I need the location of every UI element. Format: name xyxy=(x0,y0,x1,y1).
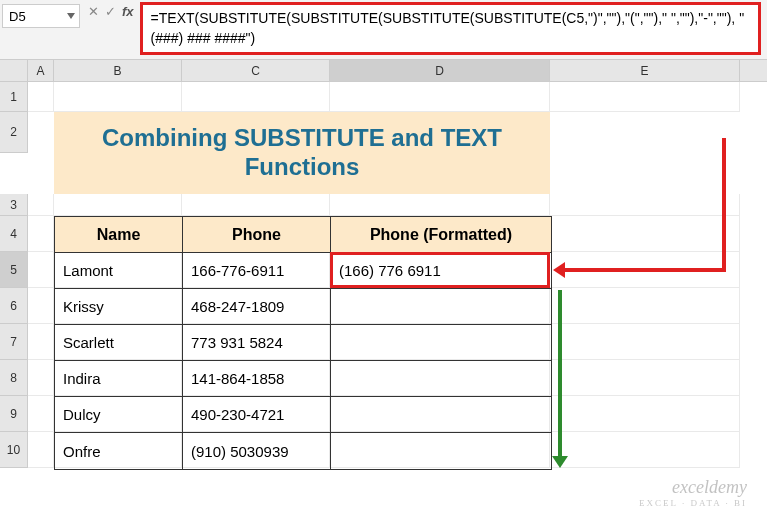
grid: 1 2 3 4 5 6 7 8 9 10 Combining SUBSTITUT… xyxy=(0,82,767,468)
col-header-C[interactable]: C xyxy=(182,60,330,81)
cell[interactable] xyxy=(28,396,54,432)
header-formatted[interactable]: Phone (Formatted) xyxy=(331,217,551,253)
select-all-corner[interactable] xyxy=(0,60,28,81)
title-text: Combining SUBSTITUTE and TEXT Functions xyxy=(54,120,550,186)
row-header-8[interactable]: 8 xyxy=(0,360,28,396)
cell-formatted[interactable] xyxy=(331,433,551,469)
cell[interactable] xyxy=(28,360,54,396)
cell[interactable] xyxy=(28,288,54,324)
cell[interactable] xyxy=(182,82,330,112)
fx-icon[interactable]: fx xyxy=(122,4,134,19)
cell[interactable] xyxy=(550,396,740,432)
data-table: Name Phone Phone (Formatted) Lamont 166-… xyxy=(54,216,552,470)
cell-phone[interactable]: 490-230-4721 xyxy=(183,397,331,433)
title-cell[interactable]: Combining SUBSTITUTE and TEXT Functions xyxy=(54,112,550,194)
cell[interactable] xyxy=(330,82,550,112)
row-header-1[interactable]: 1 xyxy=(0,82,28,112)
name-box-dropdown[interactable] xyxy=(63,6,79,26)
cell[interactable] xyxy=(550,82,740,112)
cell-name[interactable]: Scarlett xyxy=(55,325,183,361)
table-row: Scarlett 773 931 5824 xyxy=(55,325,551,361)
fill-down-arrow xyxy=(558,290,562,460)
cell[interactable] xyxy=(28,194,54,216)
header-phone[interactable]: Phone xyxy=(183,217,331,253)
cell[interactable] xyxy=(28,252,54,288)
formula-controls: ✕ ✓ fx xyxy=(82,0,140,23)
cell-name[interactable]: Onfre xyxy=(55,433,183,469)
cancel-icon[interactable]: ✕ xyxy=(88,4,99,19)
col-header-B[interactable]: B xyxy=(54,60,182,81)
grid-row: 1 xyxy=(0,82,767,112)
cell-name[interactable]: Indira xyxy=(55,361,183,397)
col-header-D[interactable]: D xyxy=(330,60,550,81)
table-header-row: Name Phone Phone (Formatted) xyxy=(55,217,551,253)
cell[interactable] xyxy=(550,194,740,216)
cell[interactable] xyxy=(550,216,740,252)
row-header-4[interactable]: 4 xyxy=(0,216,28,252)
cell-name[interactable]: Krissy xyxy=(55,289,183,325)
row-header-10[interactable]: 10 xyxy=(0,432,28,468)
cell[interactable] xyxy=(550,360,740,396)
table-row: Krissy 468-247-1809 xyxy=(55,289,551,325)
cell-formatted[interactable] xyxy=(331,397,551,433)
cell[interactable] xyxy=(54,82,182,112)
cell[interactable] xyxy=(28,432,54,468)
cell-formatted[interactable] xyxy=(331,325,551,361)
cell[interactable] xyxy=(550,432,740,468)
cell[interactable] xyxy=(550,288,740,324)
callout-arrow-vertical xyxy=(722,138,726,270)
cell-formatted[interactable]: (166) 776 6911 xyxy=(331,253,551,289)
cell[interactable] xyxy=(54,194,182,216)
cell-formatted[interactable] xyxy=(331,361,551,397)
cell[interactable] xyxy=(28,324,54,360)
cell-phone[interactable]: (910) 5030939 xyxy=(183,433,331,469)
watermark: exceldemy EXCEL · DATA · BI xyxy=(639,477,747,508)
row-header-7[interactable]: 7 xyxy=(0,324,28,360)
table-row: Lamont 166-776-6911 (166) 776 6911 xyxy=(55,253,551,289)
cell[interactable] xyxy=(182,194,330,216)
row-header-3[interactable]: 3 xyxy=(0,194,28,216)
accept-icon[interactable]: ✓ xyxy=(105,4,116,19)
table-row: Indira 141-864-1858 xyxy=(55,361,551,397)
cell[interactable] xyxy=(550,324,740,360)
col-header-A[interactable]: A xyxy=(28,60,54,81)
formula-input[interactable]: =TEXT(SUBSTITUTE(SUBSTITUTE(SUBSTITUTE(S… xyxy=(140,2,761,55)
cell[interactable] xyxy=(330,194,550,216)
row-header-9[interactable]: 9 xyxy=(0,396,28,432)
cell-formatted[interactable] xyxy=(331,289,551,325)
cell-phone[interactable]: 773 931 5824 xyxy=(183,325,331,361)
callout-arrow-head xyxy=(553,262,565,278)
name-box[interactable]: D5 xyxy=(3,7,63,26)
cell-phone[interactable]: 468-247-1809 xyxy=(183,289,331,325)
callout-arrow-horizontal xyxy=(559,268,726,272)
watermark-main: exceldemy xyxy=(639,477,747,498)
cell-name[interactable]: Lamont xyxy=(55,253,183,289)
header-name[interactable]: Name xyxy=(55,217,183,253)
formula-bar-row: D5 ✕ ✓ fx =TEXT(SUBSTITUTE(SUBSTITUTE(SU… xyxy=(0,0,767,60)
fill-down-arrow-head xyxy=(552,456,568,468)
cell-phone[interactable]: 166-776-6911 xyxy=(183,253,331,289)
column-headers: A B C D E xyxy=(0,60,767,82)
cell[interactable] xyxy=(28,82,54,112)
table-row: Dulcy 490-230-4721 xyxy=(55,397,551,433)
watermark-sub: EXCEL · DATA · BI xyxy=(639,498,747,508)
cell[interactable] xyxy=(28,216,54,252)
table-row: Onfre (910) 5030939 xyxy=(55,433,551,469)
name-box-wrap: D5 xyxy=(2,4,80,28)
row-header-5[interactable]: 5 xyxy=(0,252,28,288)
row-header-2[interactable]: 2 xyxy=(0,112,28,153)
cell-name[interactable]: Dulcy xyxy=(55,397,183,433)
row-header-6[interactable]: 6 xyxy=(0,288,28,324)
grid-row: 3 xyxy=(0,194,767,216)
cell-phone[interactable]: 141-864-1858 xyxy=(183,361,331,397)
col-header-E[interactable]: E xyxy=(550,60,740,81)
chevron-down-icon xyxy=(67,13,75,19)
